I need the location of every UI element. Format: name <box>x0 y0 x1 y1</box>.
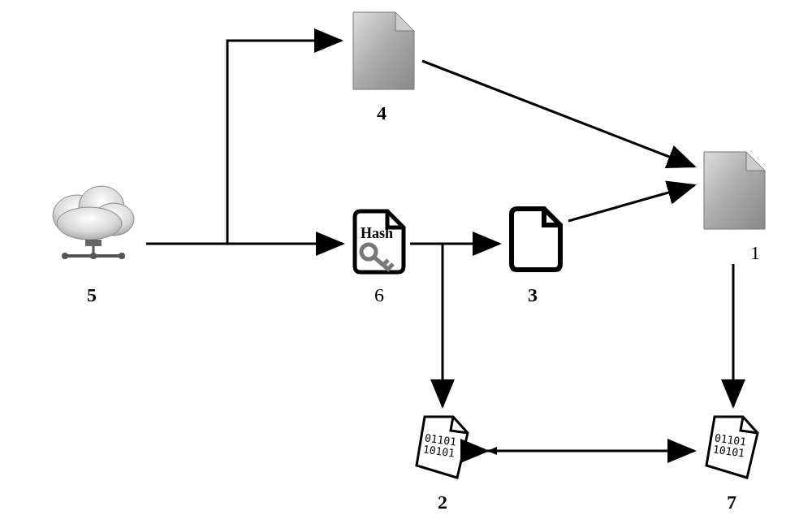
cloud-icon <box>45 167 142 272</box>
empty-file-label: 3 <box>528 284 538 306</box>
file-top-label: 4 <box>377 102 387 124</box>
svg-point-3 <box>57 207 122 240</box>
binary-left-node: 01101 10101 <box>412 413 473 485</box>
cloud-node <box>45 167 142 275</box>
arrow-4-to-1 <box>422 61 694 167</box>
file-icon <box>700 148 769 233</box>
svg-point-8 <box>119 253 125 259</box>
svg-marker-15 <box>487 447 497 455</box>
arrow-3-to-1 <box>568 185 694 221</box>
binary-right-node: 01101 10101 <box>702 413 763 485</box>
empty-file-node <box>508 205 564 277</box>
arrow-5-to-4 <box>146 41 341 244</box>
hash-key-node: Hash <box>351 207 408 279</box>
file-top-node <box>349 8 418 97</box>
file-outline-icon <box>508 205 564 274</box>
file-icon <box>349 8 418 93</box>
hash-key-label: 6 <box>374 284 384 306</box>
file-right-label: 1 <box>750 242 760 264</box>
svg-point-6 <box>62 253 68 259</box>
binary-left-label: 2 <box>438 492 447 513</box>
hash-text: Hash <box>361 225 393 242</box>
binary-right-label: 7 <box>727 492 736 513</box>
svg-rect-4 <box>85 240 102 246</box>
file-right-node <box>700 148 769 236</box>
cloud-label: 5 <box>87 284 97 306</box>
